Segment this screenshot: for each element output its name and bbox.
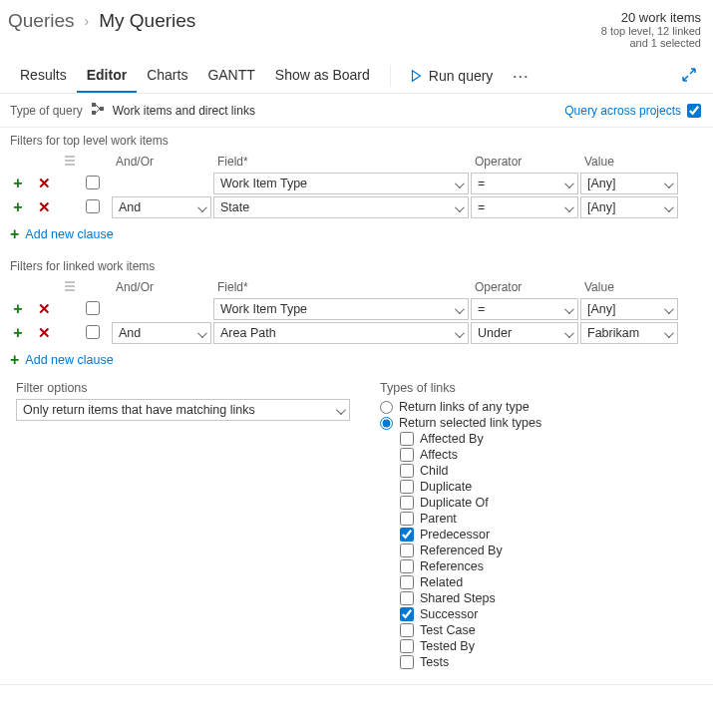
expand-button[interactable] [675, 61, 703, 92]
header-field: Field* [213, 278, 469, 296]
tab-editor[interactable]: Editor [77, 59, 137, 93]
operator-select[interactable]: Under [471, 322, 578, 344]
operator-select[interactable]: = [471, 298, 578, 320]
radio-any-input[interactable] [380, 401, 393, 414]
link-type-checkbox[interactable] [400, 448, 414, 462]
link-type-label: Predecessor [420, 528, 490, 542]
field-select[interactable]: State [213, 196, 469, 218]
link-type-item[interactable]: Affected By [380, 431, 541, 447]
field-select[interactable]: Area Path [213, 322, 469, 344]
link-type-label: Tested By [420, 639, 475, 653]
link-type-checkbox[interactable] [400, 607, 414, 621]
run-query-button[interactable]: Run query [401, 60, 502, 92]
link-type-item[interactable]: Tested By [380, 638, 541, 654]
andor-select[interactable]: And [112, 196, 211, 218]
value-select[interactable]: [Any] [580, 298, 678, 320]
value-select[interactable]: [Any] [580, 173, 678, 194]
link-type-checkbox[interactable] [400, 432, 414, 446]
link-type-checkbox[interactable] [400, 512, 414, 526]
radio-any-label: Return links of any type [399, 400, 530, 414]
link-type-item[interactable]: Shared Steps [380, 590, 541, 606]
tab-gantt[interactable]: GANTT [197, 59, 264, 93]
link-type-label: Shared Steps [420, 591, 496, 605]
link-type-item[interactable]: Predecessor [380, 527, 541, 543]
link-type-item[interactable]: Referenced By [380, 543, 541, 558]
type-of-query-value[interactable]: Work items and direct links [113, 104, 255, 118]
link-type-item[interactable]: Affects [380, 447, 541, 463]
tab-charts[interactable]: Charts [137, 59, 197, 93]
tab-show-as-board[interactable]: Show as Board [265, 59, 380, 93]
link-type-item[interactable]: Duplicate Of [380, 495, 541, 511]
link-type-item[interactable]: Related [380, 574, 541, 590]
link-type-item[interactable]: References [380, 558, 541, 574]
query-across-projects-label: Query across projects [564, 104, 681, 118]
operator-select[interactable]: = [471, 196, 578, 218]
remove-clause-icon[interactable]: ✕ [34, 174, 54, 193]
value-select[interactable]: [Any] [580, 196, 678, 218]
top-filters-label: Filters for top level work items [0, 128, 713, 152]
link-type-checkbox[interactable] [400, 528, 414, 542]
add-clause-label: Add new clause [25, 353, 113, 367]
row-checkbox[interactable] [86, 199, 100, 213]
link-type-label: References [420, 559, 484, 573]
remove-clause-icon[interactable]: ✕ [34, 299, 54, 319]
field-select[interactable]: Work Item Type [213, 298, 469, 320]
link-type-label: Affected By [420, 432, 484, 446]
link-type-item[interactable]: Parent [380, 511, 541, 527]
add-clause-icon[interactable]: + [8, 197, 28, 217]
linked-filters-grid: And/Or Field* Operator Value + ✕ Work It… [0, 277, 713, 345]
tab-results[interactable]: Results [10, 59, 77, 93]
link-type-checkbox[interactable] [400, 655, 414, 669]
row-checkbox[interactable] [86, 176, 100, 189]
stats-line-2: and 1 selected [601, 37, 701, 49]
remove-clause-icon[interactable]: ✕ [34, 323, 54, 343]
run-query-label: Run query [429, 68, 494, 84]
chevron-right-icon: › [85, 13, 90, 29]
filter-options-label: Filter options [16, 381, 350, 395]
link-type-checkbox[interactable] [400, 559, 414, 573]
add-clause-icon[interactable]: + [8, 323, 28, 343]
link-type-label: Related [420, 575, 463, 589]
link-type-label: Duplicate Of [420, 496, 489, 510]
add-clause-icon[interactable]: + [8, 299, 28, 319]
add-clause-icon[interactable]: + [8, 174, 28, 193]
link-type-checkbox[interactable] [400, 591, 414, 605]
add-new-clause-linked[interactable]: + Add new clause [0, 345, 713, 379]
link-type-checkbox[interactable] [400, 480, 414, 494]
radio-return-any[interactable]: Return links of any type [380, 399, 541, 415]
header-operator: Operator [471, 278, 578, 296]
more-actions-button[interactable]: ··· [501, 61, 541, 92]
row-checkbox[interactable] [86, 325, 100, 339]
link-type-checkbox[interactable] [400, 464, 414, 478]
value-select[interactable]: Fabrikam [580, 322, 678, 344]
link-type-item[interactable]: Child [380, 463, 541, 479]
row-checkbox[interactable] [86, 301, 100, 315]
link-type-checkbox[interactable] [400, 496, 414, 510]
radio-return-selected[interactable]: Return selected link types [380, 415, 541, 431]
plus-icon: + [10, 225, 19, 243]
add-new-clause-top[interactable]: + Add new clause [0, 219, 713, 253]
link-type-item[interactable]: Test Case [380, 622, 541, 638]
operator-select[interactable]: = [471, 173, 578, 194]
radio-selected-label: Return selected link types [399, 416, 541, 430]
field-select[interactable]: Work Item Type [213, 173, 469, 194]
expand-icon [681, 67, 697, 83]
link-type-checkbox[interactable] [400, 575, 414, 589]
add-clause-label: Add new clause [25, 227, 113, 241]
query-across-projects-checkbox[interactable] [687, 104, 701, 118]
top-filter-row: + ✕ And State = [Any] [0, 195, 713, 219]
filter-options-select[interactable]: Only return items that have matching lin… [16, 399, 350, 421]
breadcrumb-root[interactable]: Queries [8, 10, 75, 32]
plus-icon: + [10, 351, 19, 369]
link-type-checkbox[interactable] [400, 623, 414, 637]
andor-select[interactable]: And [112, 322, 211, 344]
link-type-checkbox[interactable] [400, 639, 414, 653]
header-operator: Operator [471, 153, 578, 171]
remove-clause-icon[interactable]: ✕ [34, 197, 54, 217]
radio-selected-input[interactable] [380, 417, 393, 430]
link-type-checkbox[interactable] [400, 544, 414, 557]
link-type-item[interactable]: Tests [380, 654, 541, 670]
link-type-item[interactable]: Successor [380, 606, 541, 622]
work-item-count: 20 work items [601, 10, 701, 25]
link-type-item[interactable]: Duplicate [380, 479, 541, 495]
